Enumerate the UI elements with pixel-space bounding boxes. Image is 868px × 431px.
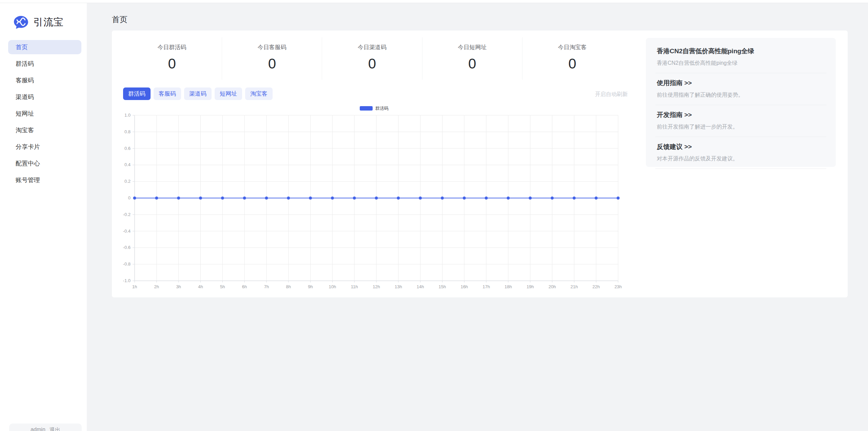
info-item: 开发指南 >> 前往开发指南了解进一步的开发。 <box>655 105 826 137</box>
x-tick-label: 4h <box>198 284 203 289</box>
chart-tab-label: 渠道码 <box>189 91 206 97</box>
app-screen: 引流宝 首页 群活码 客服码 渠道码 短网址 淘宝客 分享卡片 配置中心 账号管… <box>0 0 868 431</box>
y-tick-label: 1.0 <box>124 113 131 118</box>
x-tick-label: 6h <box>242 284 247 289</box>
data-point <box>507 197 510 200</box>
activity-chart: 1.00.80.60.40.20-0.2-0.4-0.6-0.8-1.01h2h… <box>120 103 636 297</box>
app-title: 引流宝 <box>33 16 64 29</box>
chart-tab-label: 客服码 <box>159 91 176 97</box>
x-tick-label: 23h <box>614 284 622 289</box>
x-tick-label: 14h <box>417 284 424 289</box>
data-point <box>375 197 378 200</box>
info-item-title[interactable]: 反馈建议 >> <box>657 142 825 151</box>
sidebar-item-label: 账号管理 <box>16 176 40 184</box>
chart-tab-label: 群活码 <box>128 91 145 97</box>
sidebar-item-6[interactable]: 分享卡片 <box>8 140 81 154</box>
x-tick-label: 9h <box>308 284 313 289</box>
info-item-desc: 前往开发指南了解进一步的开发。 <box>657 123 825 131</box>
sidebar-item-8[interactable]: 账号管理 <box>8 173 81 187</box>
sidebar-item-2[interactable]: 客服码 <box>8 73 81 87</box>
data-point <box>155 197 158 200</box>
y-tick-label: 0 <box>128 195 131 200</box>
stat-value: 0 <box>222 57 322 71</box>
stat-card-2: 今日渠道码 0 <box>322 37 422 80</box>
stat-card-4: 今日淘宝客 0 <box>522 37 622 80</box>
y-tick-label: 0.4 <box>124 162 131 167</box>
sidebar: 引流宝 首页 群活码 客服码 渠道码 短网址 淘宝客 分享卡片 配置中心 账号管… <box>0 0 87 431</box>
stat-value: 0 <box>522 57 622 71</box>
chart-tab-label: 淘宝客 <box>250 91 268 97</box>
info-item-desc: 香港CN2自营低价高性能ping全绿 <box>657 60 825 67</box>
dashboard-card: 今日群活码 0 今日客服码 0 今日渠道码 0 今日短网址 0 今日淘宝客 0 … <box>112 31 848 297</box>
stat-card-0: 今日群活码 0 <box>122 37 222 80</box>
chart-tab-4[interactable]: 淘宝客 <box>245 87 273 100</box>
app-logo[interactable]: 引流宝 <box>0 0 87 29</box>
data-point <box>287 197 290 200</box>
y-tick-label: -0.2 <box>123 212 131 217</box>
info-item-title[interactable]: 开发指南 >> <box>657 111 825 119</box>
username-label: admin <box>31 427 45 431</box>
x-tick-label: 16h <box>460 284 468 289</box>
chart-tab-label: 短网址 <box>220 91 237 97</box>
info-item-title[interactable]: 香港CN2自营低价高性能ping全绿 <box>657 47 825 56</box>
data-point <box>199 197 202 200</box>
y-tick-label: 0.6 <box>124 146 131 151</box>
data-point <box>243 197 246 200</box>
x-tick-label: 1h <box>132 284 137 289</box>
sidebar-item-7[interactable]: 配置中心 <box>8 156 81 171</box>
y-tick-label: -0.4 <box>123 229 131 234</box>
data-point <box>353 197 356 200</box>
info-item: 使用指南 >> 前往使用指南了解正确的使用姿势。 <box>655 73 826 105</box>
data-point <box>309 197 312 200</box>
x-tick-label: 11h <box>351 284 358 289</box>
sidebar-item-label: 分享卡片 <box>16 143 40 151</box>
y-tick-label: -0.8 <box>123 261 131 267</box>
y-tick-label: -1.0 <box>123 278 131 283</box>
sidebar-item-5[interactable]: 淘宝客 <box>8 123 81 137</box>
stat-label: 今日渠道码 <box>322 43 422 51</box>
sidebar-item-1[interactable]: 群活码 <box>8 57 81 71</box>
x-tick-label: 20h <box>549 284 556 289</box>
chart-tab-0[interactable]: 群活码 <box>123 87 151 100</box>
x-tick-label: 8h <box>286 284 291 289</box>
chart-container: 1.00.80.60.40.20-0.2-0.4-0.6-0.8-1.01h2h… <box>120 103 636 298</box>
x-tick-label: 3h <box>176 284 181 289</box>
sidebar-item-0[interactable]: 首页 <box>8 40 81 54</box>
sidebar-item-label: 短网址 <box>16 110 34 118</box>
stat-value: 0 <box>122 57 222 71</box>
data-point <box>463 197 466 200</box>
sidebar-item-label: 渠道码 <box>16 93 34 101</box>
sidebar-item-label: 淘宝客 <box>16 126 34 134</box>
chart-tab-1[interactable]: 客服码 <box>154 87 181 100</box>
stat-card-1: 今日客服码 0 <box>222 37 322 80</box>
data-point <box>177 197 180 200</box>
x-tick-label: 21h <box>571 284 578 289</box>
data-point <box>221 197 224 200</box>
data-point <box>529 197 532 200</box>
legend-swatch <box>360 106 373 111</box>
chart-tabs: 群活码 客服码 渠道码 短网址 淘宝客 <box>123 87 273 100</box>
data-point <box>265 197 268 200</box>
sidebar-item-label: 群活码 <box>16 60 34 68</box>
sidebar-item-3[interactable]: 渠道码 <box>8 90 81 104</box>
data-point <box>551 197 554 200</box>
stat-card-3: 今日短网址 0 <box>422 37 522 80</box>
logout-link[interactable]: 退出 <box>50 427 60 431</box>
x-tick-label: 7h <box>264 284 269 289</box>
data-point <box>485 197 488 200</box>
info-item-desc: 对本开源作品的反馈及开发建议。 <box>657 155 825 162</box>
x-tick-label: 17h <box>482 284 490 289</box>
chart-legend[interactable]: 群活码 <box>360 106 389 111</box>
y-tick-label: -0.6 <box>123 245 131 250</box>
top-strip <box>0 0 868 3</box>
chart-tab-3[interactable]: 短网址 <box>215 87 242 100</box>
sidebar-item-4[interactable]: 短网址 <box>8 106 81 121</box>
auto-refresh-toggle[interactable]: 开启自动刷新 <box>595 91 628 98</box>
info-item-title[interactable]: 使用指南 >> <box>657 79 825 87</box>
info-item: 反馈建议 >> 对本开源作品的反馈及开发建议。 <box>655 137 826 169</box>
stat-label: 今日短网址 <box>422 43 522 51</box>
chart-tab-2[interactable]: 渠道码 <box>184 87 212 100</box>
y-tick-label: 0.8 <box>124 129 131 134</box>
sidebar-item-label: 客服码 <box>16 76 34 84</box>
page-title: 首页 <box>112 14 127 25</box>
